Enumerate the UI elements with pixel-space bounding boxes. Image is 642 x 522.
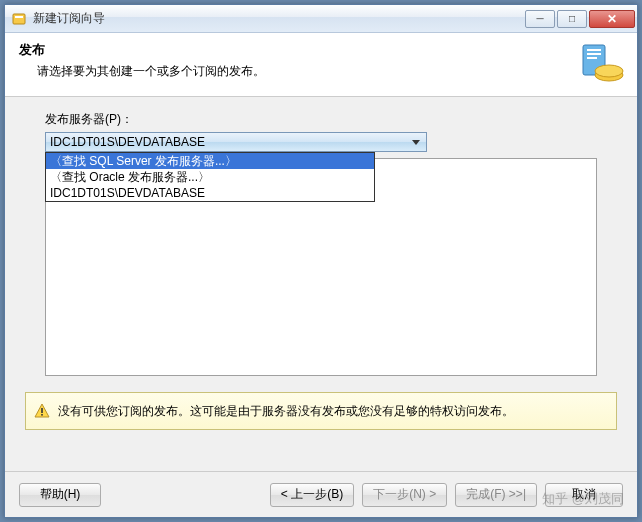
publisher-selected-value: IDC1DT01S\DEVDATABASE (50, 135, 412, 149)
svg-point-7 (595, 65, 623, 77)
back-button[interactable]: < 上一步(B) (270, 483, 354, 507)
publisher-select[interactable]: IDC1DT01S\DEVDATABASE (45, 132, 427, 152)
dropdown-option-find-sql[interactable]: 〈查找 SQL Server 发布服务器...〉 (46, 153, 374, 169)
publisher-combo: IDC1DT01S\DEVDATABASE 〈查找 SQL Server 发布服… (45, 132, 427, 152)
finish-button[interactable]: 完成(F) >>| (455, 483, 537, 507)
dropdown-option-find-oracle[interactable]: 〈查找 Oracle 发布服务器...〉 (46, 169, 374, 185)
close-button[interactable]: ✕ (589, 10, 635, 28)
publisher-label: 发布服务器(P)： (45, 111, 597, 128)
warning-panel: 没有可供您订阅的发布。这可能是由于服务器没有发布或您没有足够的特权访问发布。 (25, 392, 617, 430)
help-button[interactable]: 帮助(H) (19, 483, 101, 507)
minimize-button[interactable]: ─ (525, 10, 555, 28)
publication-icon (577, 41, 625, 89)
chevron-down-icon (412, 140, 420, 145)
page-subtitle: 请选择要为其创建一个或多个订阅的发布。 (19, 63, 623, 80)
publisher-dropdown: 〈查找 SQL Server 发布服务器...〉 〈查找 Oracle 发布服务… (45, 152, 375, 202)
page-title: 发布 (19, 41, 623, 59)
svg-rect-5 (587, 57, 597, 59)
svg-rect-9 (41, 414, 43, 416)
svg-rect-4 (587, 53, 601, 55)
next-button[interactable]: 下一步(N) > (362, 483, 447, 507)
warning-text: 没有可供您订阅的发布。这可能是由于服务器没有发布或您没有足够的特权访问发布。 (58, 403, 514, 420)
svg-rect-0 (13, 14, 25, 24)
svg-rect-1 (15, 16, 23, 18)
wizard-content: 发布服务器(P)： IDC1DT01S\DEVDATABASE 〈查找 SQL … (5, 97, 637, 382)
app-icon (11, 11, 27, 27)
maximize-button[interactable]: □ (557, 10, 587, 28)
warning-icon (34, 403, 50, 419)
window-controls: ─ □ ✕ (525, 10, 635, 28)
wizard-footer: 帮助(H) < 上一步(B) 下一步(N) > 完成(F) >>| 取消 (5, 471, 637, 517)
cancel-button[interactable]: 取消 (545, 483, 623, 507)
wizard-window: 新建订阅向导 ─ □ ✕ 发布 请选择要为其创建一个或多个订阅的发布。 发布服务… (4, 4, 638, 518)
dropdown-option-server[interactable]: IDC1DT01S\DEVDATABASE (46, 185, 374, 201)
titlebar[interactable]: 新建订阅向导 ─ □ ✕ (5, 5, 637, 33)
wizard-header: 发布 请选择要为其创建一个或多个订阅的发布。 (5, 33, 637, 97)
window-title: 新建订阅向导 (33, 10, 525, 27)
svg-rect-3 (587, 49, 601, 51)
svg-rect-8 (41, 408, 43, 413)
